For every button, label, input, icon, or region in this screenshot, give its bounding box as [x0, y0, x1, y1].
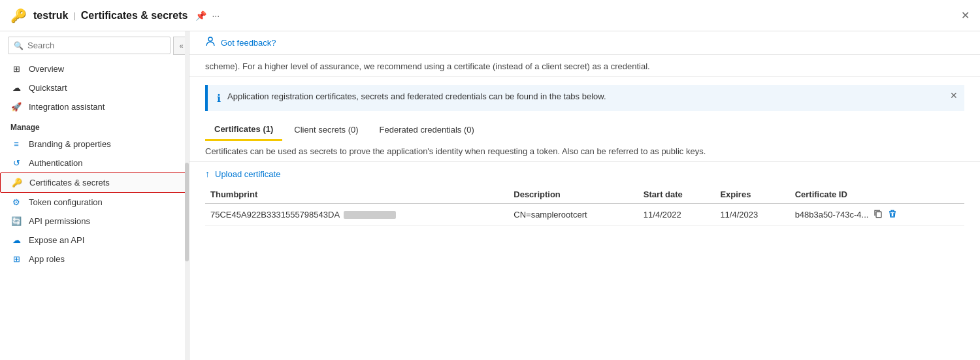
copy-icon[interactable] [874, 209, 883, 220]
col-description: Description [508, 186, 638, 204]
feedback-text[interactable]: Got feedback? [221, 38, 276, 48]
scrollbar-thumb[interactable] [185, 163, 189, 261]
api-permissions-label: API permissions [29, 216, 90, 226]
col-certid: Certificate ID [790, 186, 964, 204]
col-thumbprint: Thumbprint [205, 186, 508, 204]
certificates-table: Thumbprint Description Start date Expire… [189, 186, 980, 226]
search-box[interactable]: 🔍 [8, 37, 171, 54]
tab-certificates[interactable]: Certificates (1) [205, 119, 282, 141]
integration-label: Integration assistant [29, 102, 105, 112]
info-banner: ℹ Application registration certificates,… [205, 85, 964, 111]
content-area: Got feedback? scheme). For a higher leve… [189, 31, 980, 360]
info-banner-close[interactable]: ✕ [950, 90, 958, 101]
col-startdate: Start date [638, 186, 715, 204]
expose-api-label: Expose an API [29, 235, 84, 245]
col-expires: Expires [715, 186, 789, 204]
certificates-label: Certificates & secrets [29, 178, 110, 188]
sidebar-item-api-permissions[interactable]: 🔄 API permissions [0, 212, 189, 231]
cert-startdate: 11/4/2022 [638, 204, 715, 226]
token-icon: ⚙ [10, 197, 22, 207]
sidebar: 🔍 « ⊞ Overview ☁ Quickstart 🚀 Integratio… [0, 31, 189, 360]
upload-certificate-button[interactable]: ↑ Upload certificate [189, 162, 980, 186]
api-permissions-icon: 🔄 [10, 216, 22, 226]
cert-id-cell: b48b3a50-743c-4... [790, 204, 964, 226]
thumbprint-text: 75CE45A922B3331555798543DA [210, 210, 340, 220]
feedback-bar: Got feedback? [189, 31, 980, 55]
overview-icon: ⊞ [10, 64, 22, 74]
sidebar-item-token[interactable]: ⚙ Token configuration [0, 193, 189, 212]
title-bar: 🔑 testruk | Certificates & secrets 📌 ···… [0, 0, 980, 31]
token-label: Token configuration [29, 197, 103, 207]
quickstart-label: Quickstart [29, 83, 67, 93]
cert-description: CN=samplerootcert [508, 204, 638, 226]
app-roles-icon: ⊞ [10, 254, 22, 264]
svg-rect-1 [876, 212, 881, 218]
tab-description: Certificates can be used as secrets to p… [189, 141, 980, 162]
info-text: scheme). For a higher level of assurance… [189, 55, 980, 77]
overview-label: Overview [29, 64, 64, 74]
branding-icon: ≡ [10, 139, 22, 149]
tab-federated-creds[interactable]: Federated credentials (0) [370, 120, 483, 141]
more-icon[interactable]: ··· [212, 10, 220, 21]
app-name: testruk [33, 10, 68, 22]
upload-label: Upload certificate [215, 169, 280, 179]
sidebar-item-branding[interactable]: ≡ Branding & properties [0, 135, 189, 154]
title-separator: | [73, 10, 75, 20]
svg-point-0 [208, 37, 212, 41]
app-icon: 🔑 [10, 8, 27, 24]
authentication-label: Authentication [29, 158, 82, 168]
info-icon: ℹ [217, 92, 221, 105]
feedback-icon [205, 37, 216, 49]
tab-client-secrets[interactable]: Client secrets (0) [285, 120, 367, 141]
app-roles-label: App roles [29, 254, 65, 264]
sidebar-item-integration[interactable]: 🚀 Integration assistant [0, 97, 189, 116]
sidebar-item-expose-api[interactable]: ☁ Expose an API [0, 231, 189, 250]
search-input[interactable] [27, 41, 165, 50]
cert-thumbprint: 75CE45A922B3331555798543DA [205, 204, 508, 226]
manage-section-title: Manage [0, 116, 189, 135]
info-banner-text: Application registration certificates, s… [227, 91, 606, 101]
thumbprint-blur [344, 211, 396, 219]
close-button[interactable]: ✕ [961, 9, 970, 22]
sidebar-item-authentication[interactable]: ↺ Authentication [0, 154, 189, 172]
page-name: Certificates & secrets [81, 10, 188, 22]
sidebar-item-app-roles[interactable]: ⊞ App roles [0, 250, 189, 269]
title-actions: 📌 ··· [195, 10, 220, 21]
integration-icon: 🚀 [10, 102, 22, 112]
pin-icon[interactable]: 📌 [195, 10, 206, 21]
sidebar-item-quickstart[interactable]: ☁ Quickstart [0, 78, 189, 97]
main-layout: 🔍 « ⊞ Overview ☁ Quickstart 🚀 Integratio… [0, 31, 980, 360]
search-icon: 🔍 [14, 41, 24, 50]
scrollbar-track [185, 31, 189, 360]
tabs-row: Certificates (1) Client secrets (0) Fede… [189, 119, 980, 141]
cert-expires: 11/4/2023 [715, 204, 789, 226]
sidebar-item-overview[interactable]: ⊞ Overview [0, 59, 189, 78]
cert-id-value: b48b3a50-743c-4... [795, 210, 869, 220]
expose-api-icon: ☁ [10, 235, 22, 245]
authentication-icon: ↺ [10, 158, 22, 168]
sidebar-item-certificates[interactable]: 🔑 Certificates & secrets [0, 172, 189, 193]
certificates-icon: 🔑 [11, 178, 23, 188]
table-row: 75CE45A922B3331555798543DA CN=sampleroot… [205, 204, 964, 226]
upload-icon: ↑ [205, 169, 210, 179]
quickstart-icon: ☁ [10, 83, 22, 93]
branding-label: Branding & properties [29, 139, 111, 149]
delete-icon[interactable] [888, 209, 897, 220]
